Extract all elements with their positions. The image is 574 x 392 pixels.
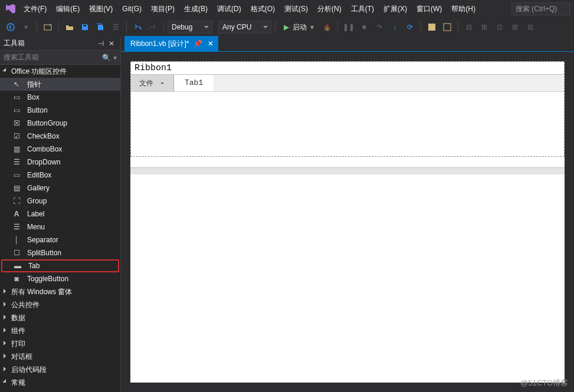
item-label: 指针 bbox=[27, 80, 41, 90]
align-5-icon[interactable]: ⊟ bbox=[523, 20, 537, 34]
toolbox-item-pointer[interactable]: ↖ 指针 bbox=[0, 78, 120, 91]
group-label: 所有 Windows 窗体 bbox=[11, 287, 72, 297]
toolbox-group-office[interactable]: Office 功能区控件 bbox=[0, 65, 120, 78]
menu-extensions[interactable]: 扩展(X) bbox=[380, 2, 411, 17]
group-label: 常规 bbox=[11, 378, 25, 388]
menu-git[interactable]: Git(G) bbox=[119, 2, 145, 15]
save-all-button[interactable] bbox=[93, 20, 107, 34]
start-debug-button[interactable]: ▶ 启动 ▾ bbox=[279, 20, 319, 34]
dbg-pause-icon[interactable]: ❚❚ bbox=[342, 20, 356, 34]
menu-project[interactable]: 项目(P) bbox=[147, 2, 178, 17]
toolbox-item-box[interactable]: ▭ Box bbox=[0, 91, 120, 104]
ribbon-designer-surface[interactable]: Ribbon1 文件 Tab1 bbox=[130, 61, 565, 383]
toolbar-separator bbox=[58, 21, 59, 33]
item-label: DropDown bbox=[27, 158, 61, 166]
close-icon[interactable]: ✕ bbox=[206, 39, 215, 48]
dbg-step-out-icon[interactable]: ⟳ bbox=[403, 20, 417, 34]
toolbox-group-dialogs[interactable]: 对话框 bbox=[0, 350, 120, 363]
toolbox-item-splitbutton[interactable]: ☐ SplitButton bbox=[0, 246, 120, 259]
toolbox-item-separator[interactable]: │ Separator bbox=[0, 233, 120, 246]
toolbox-item-button[interactable]: ▭ Button bbox=[0, 104, 120, 117]
menu-format[interactable]: 格式(O) bbox=[247, 2, 278, 17]
dbg-step-into-icon[interactable]: ↓ bbox=[388, 20, 402, 34]
toolbox-item-combobox[interactable]: ▥ ComboBox bbox=[0, 143, 120, 156]
menu-test[interactable]: 测试(S) bbox=[281, 2, 311, 17]
toolbox-search-input[interactable]: 搜索工具箱 🔍 ▾ bbox=[0, 51, 120, 65]
undo-button[interactable] bbox=[130, 20, 145, 34]
toolbox-group-startup[interactable]: 启动代码段 bbox=[0, 363, 120, 376]
toolbar-layout-1[interactable] bbox=[425, 20, 439, 34]
redo-button[interactable] bbox=[146, 20, 160, 34]
configuration-combo[interactable]: Debug bbox=[168, 21, 212, 34]
svg-point-0 bbox=[7, 24, 14, 31]
dbg-step-over-icon[interactable]: ↷ bbox=[372, 20, 386, 34]
watermark: @51CTO博客 bbox=[520, 378, 568, 388]
nav-back-button[interactable] bbox=[4, 20, 18, 34]
align-3-icon[interactable]: ⊡ bbox=[493, 20, 507, 34]
toolbox-panel: 工具箱 ⊣ ✕ 搜索工具箱 🔍 ▾ Office 功能区控件 ↖ 指针 ▭ Bo… bbox=[0, 37, 121, 392]
hot-reload-button[interactable]: 🔥 bbox=[320, 20, 334, 34]
align-1-icon[interactable]: ⊟ bbox=[462, 20, 476, 34]
play-icon: ▶ bbox=[284, 23, 289, 31]
align-2-icon[interactable]: ⊞ bbox=[477, 20, 491, 34]
toolbox-item-togglebutton[interactable]: ◙ ToggleButton bbox=[0, 272, 120, 285]
group-label: 对话框 bbox=[11, 352, 32, 362]
nav-forward-button[interactable]: ▾ bbox=[19, 20, 33, 34]
main-toolbar: ▾ ☰ Debug Any CPU ▶ 启动 ▾ 🔥 ❚❚ ■ ↷ ↓ ⟳ ⊟ … bbox=[0, 18, 574, 37]
document-tab-ribbon-designer[interactable]: Ribbon1.vb [设计]* 📌 ✕ bbox=[124, 36, 218, 51]
ribbon-canvas[interactable]: Ribbon1 文件 Tab1 bbox=[130, 61, 565, 157]
menu-view[interactable]: 视图(V) bbox=[86, 2, 116, 17]
toolbox-item-dropdown[interactable]: ☰ DropDown bbox=[0, 156, 120, 169]
item-label: Label bbox=[27, 210, 44, 218]
clear-icon: ▾ bbox=[113, 54, 117, 62]
toolbox-item-editbox[interactable]: ▭ EditBox bbox=[0, 169, 120, 182]
collapse-arrow-icon bbox=[2, 366, 9, 373]
ribbon-tab-tab1[interactable]: Tab1 bbox=[174, 75, 214, 91]
toolbox-item-gallery[interactable]: ▤ Gallery bbox=[0, 182, 120, 195]
toolbar-separator bbox=[126, 21, 127, 33]
toolbox-item-checkbox[interactable]: ☑ CheckBox bbox=[0, 130, 120, 143]
toolbox-group-data[interactable]: 数据 bbox=[0, 311, 120, 324]
toolbox-group-common[interactable]: 公共控件 bbox=[0, 298, 120, 311]
platform-combo[interactable]: Any CPU bbox=[218, 21, 271, 34]
global-search-input[interactable]: 搜索 (Ctrl+Q) bbox=[511, 2, 570, 15]
toolbox-item-buttongroup[interactable]: ☒ ButtonGroup bbox=[0, 117, 120, 130]
button-icon: ▭ bbox=[12, 106, 21, 115]
menu-edit[interactable]: 编辑(E) bbox=[53, 2, 83, 17]
ribbon-body-area[interactable] bbox=[131, 91, 564, 156]
collapse-arrow-icon bbox=[2, 288, 9, 295]
toolbar-separator bbox=[163, 21, 164, 33]
dbg-stop-icon[interactable]: ■ bbox=[357, 20, 371, 34]
menu-build[interactable]: 生成(B) bbox=[181, 2, 211, 17]
pin-icon[interactable]: ⊣ bbox=[96, 39, 106, 48]
menu-file[interactable]: 文件(F) bbox=[20, 2, 50, 17]
open-file-button[interactable] bbox=[63, 20, 77, 34]
new-project-button[interactable] bbox=[41, 20, 55, 34]
toolbox-group-general[interactable]: 常规 bbox=[0, 376, 120, 389]
menubar: 文件(F) 编辑(E) 视图(V) Git(G) 项目(P) 生成(B) 调试(… bbox=[0, 0, 574, 18]
save-button[interactable] bbox=[78, 20, 92, 34]
toolbar-layout-2[interactable] bbox=[440, 20, 454, 34]
toolbox-group-components[interactable]: 组件 bbox=[0, 324, 120, 337]
align-4-icon[interactable]: ⊞ bbox=[508, 20, 522, 34]
toolbox-group-windows-forms[interactable]: 所有 Windows 窗体 bbox=[0, 285, 120, 298]
pin-icon[interactable]: 📌 bbox=[193, 39, 202, 48]
toolbox-group-printing[interactable]: 打印 bbox=[0, 337, 120, 350]
menu-help[interactable]: 帮助(H) bbox=[448, 2, 479, 17]
menu-debug[interactable]: 调试(D) bbox=[214, 2, 245, 17]
close-icon[interactable]: ✕ bbox=[106, 39, 117, 48]
toolbox-item-label[interactable]: A Label bbox=[0, 207, 120, 220]
menu-window[interactable]: 窗口(W) bbox=[413, 2, 445, 17]
toolbox-item-tab[interactable]: ▬ Tab bbox=[1, 259, 119, 272]
toolbox-item-menu[interactable]: ☰ Menu bbox=[0, 220, 120, 233]
toolbox-title: 工具箱 bbox=[4, 38, 96, 48]
menu-analyze[interactable]: 分析(N) bbox=[314, 2, 345, 17]
collapse-arrow-icon bbox=[2, 327, 9, 334]
ribbon-file-tab[interactable]: 文件 bbox=[131, 75, 174, 91]
toolbox-titlebar: 工具箱 ⊣ ✕ bbox=[0, 37, 120, 51]
toolbox-item-group[interactable]: ⛶ Group bbox=[0, 195, 120, 207]
group-icon: ⛶ bbox=[12, 196, 21, 206]
menu-tools[interactable]: 工具(T) bbox=[347, 2, 378, 17]
toolbar-extra-1[interactable]: ☰ bbox=[109, 20, 123, 34]
group-label: 数据 bbox=[11, 313, 25, 323]
